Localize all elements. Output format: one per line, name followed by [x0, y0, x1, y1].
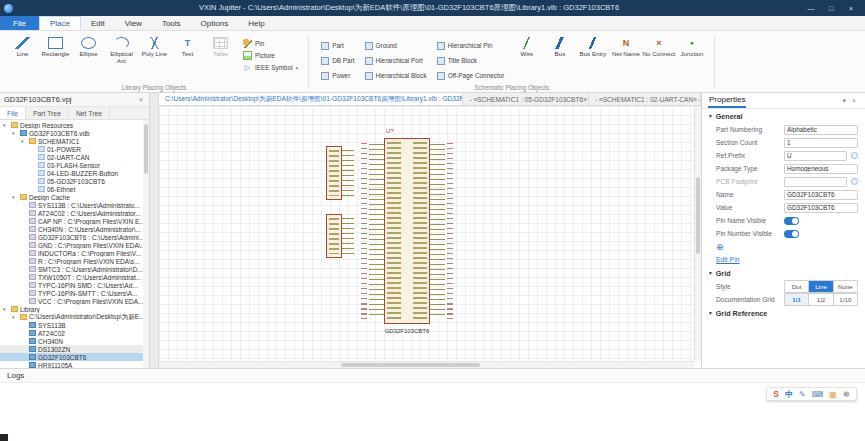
expand-arrow-icon[interactable]: ▾ — [12, 130, 18, 136]
tree-item[interactable]: 02-UART-CAN — [0, 153, 149, 161]
value-input[interactable] — [784, 203, 858, 213]
expand-arrow-icon[interactable]: ▾ — [3, 122, 9, 128]
ribbon-small-button[interactable]: Title Block — [437, 54, 505, 67]
section-header-grid[interactable]: ▾ Grid — [702, 266, 865, 280]
panel-close-icon[interactable]: × — [137, 96, 145, 103]
panel-close-icon[interactable]: × — [849, 97, 859, 104]
logs-panel-header[interactable]: Logs — [0, 368, 865, 383]
ribbon-button[interactable]: Ellipse — [72, 33, 105, 65]
schematic-canvas[interactable]: U? GD32F103CBT6 — [159, 106, 701, 368]
add-button[interactable]: ⊕ — [716, 242, 724, 252]
ribbon-small-button[interactable]: Ground — [365, 39, 427, 52]
expand-arrow-icon[interactable]: ▾ — [12, 194, 18, 200]
part-numbering-input[interactable] — [784, 125, 858, 135]
ribbon-button[interactable]: Poly Line — [138, 33, 171, 65]
ref-prefix-input[interactable] — [784, 151, 847, 161]
ribbon-button[interactable]: Elliptical Arc — [105, 33, 138, 65]
close-button[interactable]: × — [841, 0, 861, 16]
ribbon-small-button[interactable]: Picture — [243, 51, 298, 60]
ribbon-small-button[interactable]: Hierarchical Block — [365, 69, 427, 82]
tree-item[interactable]: CH340N — [0, 337, 149, 345]
section-header-general[interactable]: ▾ General — [702, 109, 865, 123]
panel-menu-icon[interactable]: ▾ — [839, 97, 849, 105]
ribbon-small-button[interactable]: DB Part — [321, 54, 354, 67]
tree-item[interactable]: SYS113B — [0, 321, 149, 329]
ribbon-button[interactable]: × No Connect — [642, 33, 675, 58]
tree-item[interactable]: ▾ Design Resources — [0, 121, 149, 129]
expand-arrow-icon[interactable]: ▾ — [3, 306, 9, 312]
ribbon-button[interactable]: Line — [6, 33, 39, 65]
name-input[interactable] — [784, 190, 858, 200]
ribbon-small-button[interactable]: Off-Page Connector — [437, 69, 505, 82]
tree-item[interactable]: AT24C02 — [0, 329, 149, 337]
section-count-input[interactable] — [784, 138, 858, 148]
tree-item[interactable]: TYPC-16PIN-SMTT : C:\Users\A... — [0, 289, 149, 297]
tree-item[interactable]: CH340N : C:\Users\Administrator\... — [0, 225, 149, 233]
section-header-grid-reference[interactable]: ▾ Grid Reference — [702, 306, 865, 320]
grid-style-option[interactable]: Dot — [785, 281, 809, 292]
tree-item[interactable]: 01-POWER — [0, 145, 149, 153]
tree-item[interactable]: GD32F103CBT6 — [0, 353, 149, 361]
tree-item[interactable]: 06-Ethnet — [0, 185, 149, 193]
horizontal-scrollbar[interactable] — [159, 361, 694, 368]
tree-item[interactable]: ▾ SCHEMATIC1 — [0, 137, 149, 145]
tree-item[interactable]: ▾ GD32F103CBT6.vdb — [0, 129, 149, 137]
language-mode-icon[interactable]: 中 — [785, 389, 793, 400]
grid-style-option[interactable]: None — [834, 281, 857, 292]
ribbon-button[interactable]: Table — [204, 33, 237, 65]
scrollbar-thumb[interactable] — [341, 363, 480, 367]
tree-item[interactable]: ▾ C:\Users\Administrator\Desktop\为新E... — [0, 313, 149, 321]
tree-item[interactable]: DS1302ZN — [0, 345, 149, 353]
document-tab[interactable]: C:\Users\Administrator\Desktop\为新EDA软件\原… — [159, 93, 463, 105]
tree-item[interactable]: R : C:\Program Files\VXIN EDA\s... — [0, 257, 149, 265]
pin-number-visible-toggle[interactable] — [784, 230, 799, 238]
pcb-footprint-picker-icon[interactable] — [851, 178, 858, 185]
tree-item[interactable]: AT24C02 : C:\Users\Administrator... — [0, 209, 149, 217]
minimize-button[interactable]: — — [801, 0, 821, 16]
tree-item[interactable]: 05-GD32F103CBT6 — [0, 177, 149, 185]
menu-item[interactable]: Place — [39, 16, 81, 30]
tree-item[interactable]: ▾ Design Cache — [0, 193, 149, 201]
tree-item[interactable]: HR911105A — [0, 361, 149, 368]
sogou-logo-icon[interactable]: S — [773, 389, 779, 399]
document-tab[interactable]: - «SCHEMATIC1 : 02-UART-CAN» - × — [589, 93, 701, 105]
ribbon-small-button[interactable]: ▷ IEEE Symbol ▾ — [243, 63, 298, 72]
ribbon-button[interactable]: Bus Entry — [576, 33, 609, 58]
tree-item[interactable]: INDUCTORa : C:\Program Files\V... — [0, 249, 149, 257]
ribbon-button[interactable]: T Text — [171, 33, 204, 65]
vertical-scrollbar[interactable] — [694, 106, 701, 361]
tree-item[interactable]: VCC : C:\Program Files\VXIN EDA... — [0, 297, 149, 305]
maximize-button[interactable]: □ — [821, 0, 841, 16]
project-panel-tab[interactable]: Part Tree — [26, 107, 69, 119]
tree-item[interactable]: TXW1050T : C:\Users\Administrat... — [0, 273, 149, 281]
menu-item[interactable]: Tools — [152, 16, 191, 30]
tree-item[interactable]: SYS113B : C:\Users\Administrato... — [0, 201, 149, 209]
tree-item[interactable]: 03-FLASH-Sensor — [0, 161, 149, 169]
project-panel-tab[interactable]: File — [0, 107, 26, 119]
expand-arrow-icon[interactable]: ▾ — [12, 314, 18, 320]
package-type-input[interactable] — [784, 164, 858, 174]
keyboard-icon[interactable]: ⌨ — [812, 390, 824, 399]
tree-item[interactable]: CAP NP : C:\Program Files\VXIN E... — [0, 217, 149, 225]
expand-arrow-icon[interactable]: ▾ — [21, 138, 27, 144]
menu-item[interactable]: Options — [191, 16, 239, 30]
ribbon-small-button[interactable]: Power — [321, 69, 354, 82]
menu-item[interactable]: Help — [238, 16, 274, 30]
document-tab[interactable]: - «SCHEMATIC1 : 05-GD32F103CBT6» - × — [463, 93, 589, 105]
tree-item[interactable]: GD32F103CBT6 : C:\Users\Admini... — [0, 233, 149, 241]
ribbon-small-button[interactable]: Hierarchical Pin — [437, 39, 505, 52]
skin-icon[interactable]: ▦ — [829, 390, 837, 399]
tree-item[interactable]: SMTC3 : C:\Users\Administrator\D... — [0, 265, 149, 273]
doc-grid-option[interactable]: 1/1 — [785, 294, 809, 305]
edit-pin-link[interactable]: Edit Pin — [716, 256, 739, 263]
tree-item[interactable]: GND : C:\Program Files\VXIN EDA\... — [0, 241, 149, 249]
ribbon-small-button[interactable]: Part — [321, 39, 354, 52]
part-symbol[interactable]: U? GD32F103CBT6 — [324, 130, 476, 340]
ribbon-small-button[interactable]: Hierarchical Port — [365, 54, 427, 67]
ribbon-button[interactable]: Wire — [510, 33, 543, 58]
tree-item[interactable]: 04-LED-BUZZER-Button — [0, 169, 149, 177]
scrollbar-thumb[interactable] — [696, 177, 700, 254]
ribbon-button[interactable]: N Net Name — [609, 33, 642, 58]
tree-item[interactable]: TYPC-16PIN SMD : C:\Users\Ad... — [0, 281, 149, 289]
ribbon-button[interactable]: Bus — [543, 33, 576, 58]
